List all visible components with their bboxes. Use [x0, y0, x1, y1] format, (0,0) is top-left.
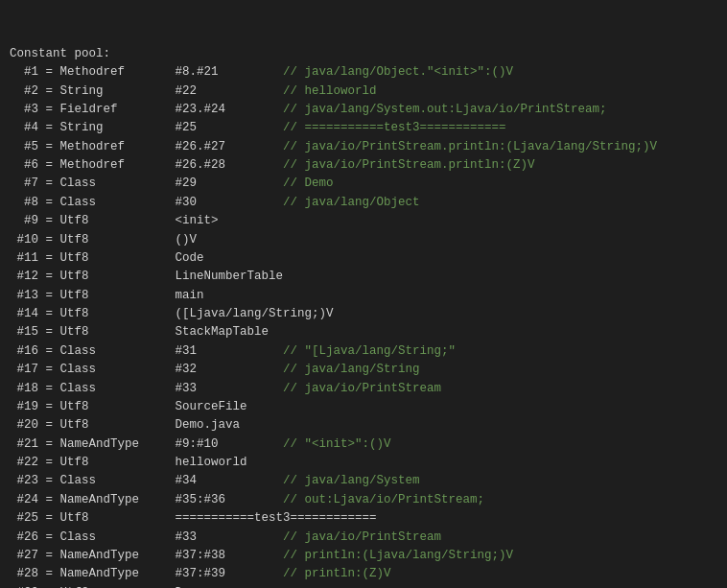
- pool-line: #9 = Utf8 <init>: [10, 212, 717, 230]
- pool-line: #14 = Utf8 ([Ljava/lang/String;)V: [10, 305, 717, 323]
- pool-line: #29 = Utf8 Demo: [10, 584, 717, 588]
- pool-line: #17 = Class #32 // java/lang/String: [10, 361, 717, 379]
- pool-line: #6 = Methodref #26.#28 // java/io/PrintS…: [10, 156, 717, 175]
- pool-line: #22 = Utf8 helloworld: [10, 454, 717, 472]
- pool-line: #16 = Class #31 // "[Ljava/lang/String;": [10, 342, 717, 361]
- pool-line: #5 = Methodref #26.#27 // java/io/PrintS…: [10, 138, 717, 156]
- pool-line: #28 = NameAndType #37:#39 // println:(Z)…: [10, 565, 717, 583]
- pool-line: #23 = Class #34 // java/lang/System: [10, 472, 717, 490]
- pool-line: #7 = Class #29 // Demo: [10, 175, 717, 193]
- pool-line: #27 = NameAndType #37:#38 // println:(Lj…: [10, 547, 717, 565]
- pool-line: #15 = Utf8 StackMapTable: [10, 323, 717, 341]
- pool-line: #4 = String #25 // ===========test3=====…: [10, 119, 717, 137]
- pool-line: #10 = Utf8 ()V: [10, 231, 717, 249]
- pool-line: #24 = NameAndType #35:#36 // out:Ljava/i…: [10, 491, 717, 509]
- pool-line: #2 = String #22 // helloworld: [10, 82, 717, 101]
- pool-line: #26 = Class #33 // java/io/PrintStream: [10, 529, 717, 547]
- pool-line: #11 = Utf8 Code: [10, 249, 717, 268]
- pool-line: #20 = Utf8 Demo.java: [10, 416, 717, 435]
- constant-pool-block: Constant pool: #1 = Methodref #8.#21 // …: [10, 8, 717, 588]
- pool-line: #18 = Class #33 // java/io/PrintStream: [10, 380, 717, 398]
- pool-line: #25 = Utf8 ===========test3============: [10, 509, 717, 528]
- pool-line: #13 = Utf8 main: [10, 287, 717, 305]
- pool-line: #21 = NameAndType #9:#10 // "<init>":()V: [10, 435, 717, 454]
- pool-line: #19 = Utf8 SourceFile: [10, 398, 717, 416]
- constant-pool-content: Constant pool: #1 = Methodref #8.#21 // …: [10, 45, 717, 588]
- pool-line: #12 = Utf8 LineNumberTable: [10, 268, 717, 286]
- pool-line: Constant pool:: [10, 45, 717, 63]
- pool-line: #3 = Fieldref #23.#24 // java/lang/Syste…: [10, 101, 717, 119]
- pool-line: #1 = Methodref #8.#21 // java/lang/Objec…: [10, 63, 717, 82]
- pool-line: #8 = Class #30 // java/lang/Object: [10, 194, 717, 212]
